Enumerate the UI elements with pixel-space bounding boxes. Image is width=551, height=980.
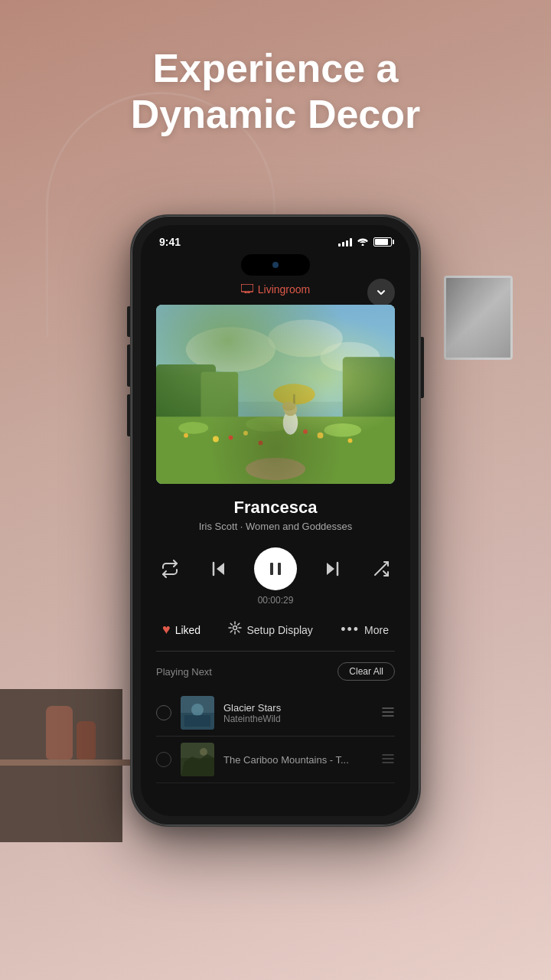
more-button[interactable]: ••• More xyxy=(341,622,389,638)
svg-point-26 xyxy=(184,433,188,438)
status-indicators xyxy=(338,237,392,248)
bg-vase-large xyxy=(46,706,73,760)
bg-wall-frame xyxy=(444,276,513,360)
like-button[interactable]: ♥ Liked xyxy=(162,622,201,638)
svg-point-7 xyxy=(268,320,343,358)
svg-marker-34 xyxy=(327,563,334,575)
queue-item-artist: NateintheWild xyxy=(223,714,372,724)
chevron-down-button[interactable] xyxy=(367,279,395,306)
setup-icon xyxy=(228,621,242,639)
svg-rect-32 xyxy=(270,563,273,575)
artwork-image xyxy=(156,305,395,484)
wifi-icon xyxy=(357,237,369,248)
svg-point-38 xyxy=(233,626,237,630)
shuffle-button[interactable] xyxy=(367,555,395,583)
phone-mockup: 9:41 xyxy=(130,214,421,827)
signal-icon xyxy=(338,237,352,247)
more-label: More xyxy=(364,624,389,636)
setup-display-label: Setup Display xyxy=(246,624,312,636)
playing-next-header: Playing Next Clear All xyxy=(156,662,395,681)
svg-point-8 xyxy=(321,342,380,372)
queue-item[interactable]: Glacier Stars NateintheWild xyxy=(156,690,395,737)
previous-button[interactable] xyxy=(205,555,233,583)
phone-screen: 9:41 xyxy=(141,225,410,816)
drag-handle-icon[interactable] xyxy=(381,705,395,721)
playback-controls xyxy=(156,547,395,590)
svg-rect-12 xyxy=(156,416,395,484)
svg-point-15 xyxy=(324,423,361,437)
heart-icon: ♥ xyxy=(162,622,171,638)
action-row: ♥ Liked Setup Display ••• xyxy=(156,618,395,652)
svg-point-13 xyxy=(178,422,208,434)
queue-item-info: The Cariboo Mountains - T... xyxy=(223,754,372,766)
artwork-container xyxy=(156,305,395,484)
status-bar: 9:41 xyxy=(141,225,410,254)
location-name: Livingroom xyxy=(258,283,310,296)
more-dots-icon: ••• xyxy=(341,622,360,638)
svg-point-17 xyxy=(273,384,315,404)
svg-point-29 xyxy=(259,440,263,445)
bg-vase-small xyxy=(77,721,96,760)
queue-item-thumbnail xyxy=(181,743,214,776)
time-display: 00:00:29 xyxy=(156,595,395,606)
setup-display-button[interactable]: Setup Display xyxy=(228,621,312,639)
dynamic-island xyxy=(241,254,310,276)
hero-title-line2: Dynamic Decor xyxy=(0,92,551,138)
drag-handle-icon[interactable] xyxy=(381,752,395,768)
svg-point-25 xyxy=(348,439,353,443)
svg-rect-9 xyxy=(156,364,216,439)
screen-content: Livingroom xyxy=(141,283,410,783)
svg-point-48 xyxy=(200,748,207,756)
liked-label: Liked xyxy=(175,624,201,636)
svg-point-16 xyxy=(246,458,305,480)
svg-point-6 xyxy=(186,327,276,372)
queue-position-indicator xyxy=(156,752,171,767)
svg-point-20 xyxy=(284,403,298,416)
svg-point-24 xyxy=(318,433,324,439)
svg-point-27 xyxy=(229,436,233,440)
svg-rect-4 xyxy=(156,305,395,484)
hero-title-line1: Experience a xyxy=(0,46,551,92)
svg-rect-5 xyxy=(156,305,395,402)
playing-next-label: Playing Next xyxy=(156,666,212,678)
pause-button[interactable] xyxy=(254,547,297,590)
svg-point-22 xyxy=(213,436,219,443)
svg-point-28 xyxy=(303,430,308,434)
queue-position-indicator xyxy=(156,705,171,720)
tv-icon xyxy=(241,284,253,296)
queue-item[interactable]: The Cariboo Mountains - T... xyxy=(156,737,395,783)
svg-rect-0 xyxy=(241,284,253,292)
dynamic-island-camera xyxy=(272,262,279,268)
song-title: Francesca xyxy=(156,498,395,518)
hero-title: Experience a Dynamic Decor xyxy=(0,46,551,138)
svg-point-41 xyxy=(191,704,204,716)
queue-item-thumbnail xyxy=(181,696,214,730)
repeat-button[interactable] xyxy=(156,555,184,583)
bg-frame-photo xyxy=(446,278,510,358)
queue-item-title: Glacier Stars xyxy=(223,702,372,714)
svg-rect-11 xyxy=(201,372,239,432)
song-meta: Iris Scott · Women and Goddesses xyxy=(156,521,395,532)
phone-body: 9:41 xyxy=(130,214,421,827)
svg-rect-42 xyxy=(184,715,210,727)
svg-rect-33 xyxy=(278,563,281,575)
battery-icon xyxy=(373,237,392,247)
svg-marker-30 xyxy=(217,563,224,575)
location-label: Livingroom xyxy=(156,283,395,296)
next-button[interactable] xyxy=(318,555,346,583)
svg-point-14 xyxy=(246,416,291,432)
queue-item-info: Glacier Stars NateintheWild xyxy=(223,702,372,724)
svg-point-23 xyxy=(243,431,248,436)
svg-rect-10 xyxy=(343,357,395,439)
clear-all-button[interactable]: Clear All xyxy=(337,662,395,681)
status-time: 9:41 xyxy=(159,236,181,248)
phone-power-button xyxy=(421,337,424,398)
battery-fill xyxy=(375,239,388,245)
svg-point-19 xyxy=(283,410,298,434)
svg-point-21 xyxy=(282,402,296,411)
queue-item-title: The Cariboo Mountains - T... xyxy=(223,754,372,766)
